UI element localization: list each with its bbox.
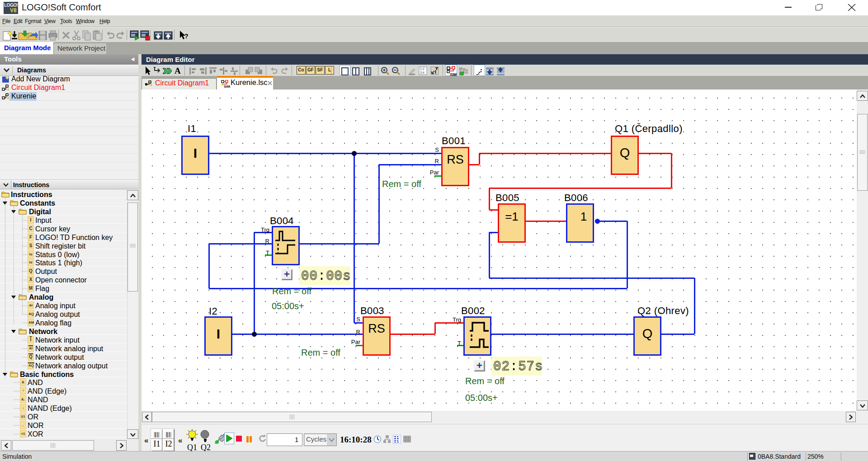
svg-text:3:4: 3:4 [420,71,425,74]
svg-text:?: ? [184,33,189,40]
svg-text:I: I [435,69,436,75]
svg-text:SIM: SIM [224,85,230,88]
svg-text:1:2: 1:2 [420,67,425,71]
